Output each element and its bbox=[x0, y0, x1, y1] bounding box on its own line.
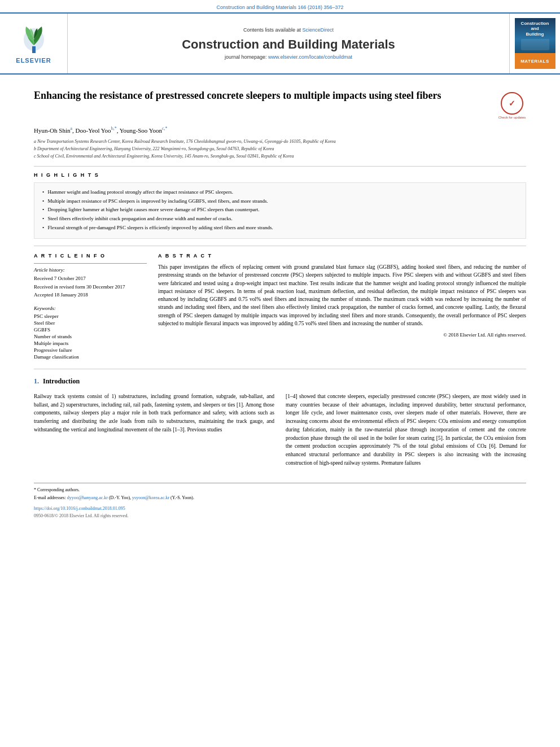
author3-sup: c,* bbox=[162, 126, 168, 131]
copyright-line: © 2018 Elsevier Ltd. All rights reserved… bbox=[158, 332, 526, 338]
abstract-label: A B S T R A C T bbox=[158, 253, 526, 259]
bullet-icon: • bbox=[42, 207, 44, 212]
authors-line: Hyun-Oh Shina, Doo-Yeol Yoob,*, Young-So… bbox=[34, 126, 526, 134]
author2-sup: b,* bbox=[111, 126, 117, 131]
paper-title-text: Enhancing the resistance of prestressed … bbox=[34, 89, 489, 108]
journal-reference: Construction and Building Materials 166 … bbox=[0, 0, 560, 12]
intro-col-left: Railway track systems consist of 1) subs… bbox=[34, 392, 274, 471]
introduction-section: 1. Introduction Railway track systems co… bbox=[34, 377, 526, 471]
keyword-4: Number of strands bbox=[34, 334, 147, 339]
elsevier-logo-area: ELSEVIER bbox=[0, 14, 68, 73]
highlight-item-4: • Steel fibers effectively inhibit crack… bbox=[42, 215, 518, 222]
cover-title-line1: Construction bbox=[521, 21, 549, 27]
corresponding-authors-note: * Corresponding authors. bbox=[34, 487, 526, 493]
introduction-heading: 1. Introduction bbox=[34, 377, 526, 386]
journal-ref-text: Construction and Building Materials 166 … bbox=[216, 5, 343, 10]
footnotes-section: * Corresponding authors. E-mail addresse… bbox=[34, 483, 526, 519]
cover-title-line3: Building bbox=[526, 32, 544, 37]
highlight-item-3: • Dropping lighter hammer at higher heig… bbox=[42, 206, 518, 213]
highlight-item-5: • Flexural strength of pre-damaged PSC s… bbox=[42, 224, 518, 231]
journal-title: Construction and Building Materials bbox=[182, 37, 395, 52]
bullet-icon: • bbox=[42, 225, 44, 230]
intro-col-right: [1–4] showed that concrete sleepers, esp… bbox=[286, 392, 526, 471]
cover-title-line2: and bbox=[531, 26, 539, 32]
page: Construction and Building Materials 166 … bbox=[0, 0, 560, 747]
email-label: E-mail addresses: bbox=[34, 495, 66, 500]
bullet-icon: • bbox=[42, 216, 44, 221]
author1-sup: a bbox=[70, 126, 72, 131]
divider-2 bbox=[34, 246, 526, 246]
divider-3 bbox=[34, 369, 526, 369]
journal-cover-area: Construction and Building MATERIALS bbox=[509, 14, 560, 73]
highlight-text-1: Hammer weight and loading protocol stron… bbox=[47, 189, 233, 195]
science-direct-prefix: Contents lists available at bbox=[243, 27, 301, 33]
author1-name: Hyun-Oh Shin bbox=[34, 127, 70, 134]
intro-text-left: Railway track systems consist of 1) subs… bbox=[34, 392, 274, 434]
section-heading-text: Introduction bbox=[43, 377, 80, 385]
paper-title: Enhancing the resistance of prestressed … bbox=[34, 89, 489, 102]
keyword-3: GGBFS bbox=[34, 327, 147, 333]
highlight-text-4: Steel fibers effectively inhibit crack p… bbox=[47, 216, 232, 221]
check-circle: ✓ bbox=[501, 92, 523, 115]
introduction-body: Railway track systems consist of 1) subs… bbox=[34, 392, 526, 471]
affiliation-b: b Department of Architectural Engineerin… bbox=[34, 146, 526, 152]
keywords-label: Keywords: bbox=[34, 305, 147, 311]
received-date: Received 7 October 2017 bbox=[34, 275, 147, 282]
affiliation-c: c School of Civil, Environmental and Arc… bbox=[34, 153, 526, 159]
highlight-text-5: Flexural strength of pre-damaged PSC sle… bbox=[47, 225, 273, 230]
abstract-col: A B S T R A C T This paper investigates … bbox=[158, 253, 526, 361]
homepage-url[interactable]: www.elsevier.com/locate/conbuildmat bbox=[268, 54, 352, 60]
journal-homepage: journal homepage: www.elsevier.com/locat… bbox=[225, 54, 352, 60]
author3-name: Young-Soo Yoon bbox=[120, 127, 162, 134]
highlights-section: H I G H L I G H T S • Hammer weight and … bbox=[34, 172, 526, 239]
keyword-2: Steel fiber bbox=[34, 320, 147, 326]
email2-link[interactable]: ysyoon@korea.ac.kr bbox=[132, 495, 169, 500]
divider-1 bbox=[34, 166, 526, 167]
bullet-icon: • bbox=[42, 198, 44, 204]
main-content: Enhancing the resistance of prestressed … bbox=[0, 75, 560, 528]
highlight-text-2: Multiple impact resistance of PSC sleepe… bbox=[47, 198, 268, 204]
check-mark-icon: ✓ bbox=[509, 99, 515, 108]
elsevier-name: ELSEVIER bbox=[16, 57, 51, 64]
issn-line: 0950-0618/© 2018 Elsevier Ltd. All right… bbox=[34, 513, 526, 519]
elsevier-logo: ELSEVIER bbox=[16, 24, 51, 64]
check-for-updates-badge: ✓ Check for updates bbox=[498, 89, 526, 119]
email1-name: (D.-Y. Yoo), bbox=[109, 495, 131, 500]
cover-materials-label: MATERIALS bbox=[520, 59, 549, 64]
email1-link[interactable]: dyyoo@hanyang.ac.kr bbox=[67, 495, 108, 500]
accepted-date: Accepted 18 January 2018 bbox=[34, 291, 147, 299]
keyword-1: PSC sleeper bbox=[34, 313, 147, 319]
check-for-updates-text: Check for updates bbox=[498, 116, 526, 119]
revised-date: Received in revised form 30 December 201… bbox=[34, 283, 147, 291]
article-history-label: Article history: bbox=[34, 267, 147, 273]
article-info-col: A R T I C L E I N F O Article history: R… bbox=[34, 253, 147, 361]
abstract-text: This paper investigates the effects of r… bbox=[158, 263, 526, 327]
keyword-6: Progressive failure bbox=[34, 347, 147, 353]
highlight-item-1: • Hammer weight and loading protocol str… bbox=[42, 189, 518, 196]
elsevier-tree-icon bbox=[17, 24, 51, 55]
article-info-label: A R T I C L E I N F O bbox=[34, 253, 147, 259]
cover-orange-band: MATERIALS bbox=[515, 53, 555, 69]
journal-title-area: Contents lists available at ScienceDirec… bbox=[68, 14, 509, 73]
homepage-prefix: journal homepage: bbox=[225, 54, 267, 60]
intro-text-right: [1–4] showed that concrete sleepers, esp… bbox=[286, 392, 526, 467]
paper-title-section: Enhancing the resistance of prestressed … bbox=[34, 84, 526, 119]
highlights-label: H I G H L I G H T S bbox=[34, 172, 526, 178]
highlights-box: • Hammer weight and loading protocol str… bbox=[34, 182, 526, 239]
email-addresses-line: E-mail addresses: dyyoo@hanyang.ac.kr (D… bbox=[34, 495, 526, 501]
section-number: 1. bbox=[34, 377, 39, 385]
keyword-7: Damage classification bbox=[34, 354, 147, 360]
article-info-abstract-section: A R T I C L E I N F O Article history: R… bbox=[34, 253, 526, 361]
keyword-5: Multiple impacts bbox=[34, 340, 147, 346]
science-direct-line: Contents lists available at ScienceDirec… bbox=[243, 27, 334, 33]
bullet-icon: • bbox=[42, 189, 44, 195]
affiliation-a: a New Transportation Systems Research Ce… bbox=[34, 138, 526, 145]
author2-name: Doo-Yeol Yoo bbox=[76, 127, 111, 134]
doi-line[interactable]: https://doi.org/10.1016/j.conbuildmat.20… bbox=[34, 505, 526, 512]
email2-name: (Y.-S. Yoon). bbox=[170, 495, 194, 500]
highlight-text-3: Dropping lighter hammer at higher height… bbox=[47, 207, 259, 212]
journal-header: ELSEVIER Contents lists available at Sci… bbox=[0, 12, 560, 75]
divider-article-info bbox=[34, 263, 147, 264]
science-direct-link[interactable]: ScienceDirect bbox=[303, 27, 334, 33]
affiliations: a New Transportation Systems Research Ce… bbox=[34, 138, 526, 160]
